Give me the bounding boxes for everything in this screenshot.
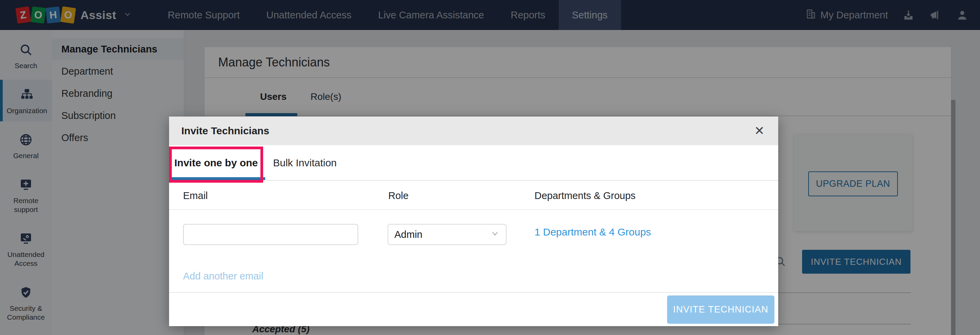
- role-select-value: Admin: [395, 229, 422, 240]
- invite-technicians-modal: Invite Technicians ✕ Invite one by one B…: [169, 117, 778, 326]
- invite-form-column-headers: Email Role Departments & Groups: [169, 181, 778, 210]
- invite-technician-submit-button[interactable]: INVITE TECHNICIAN: [667, 295, 775, 324]
- invite-form-row: Admin 1 Department & 4 Groups Add anothe…: [169, 210, 778, 292]
- modal-footer: INVITE TECHNICIAN: [169, 292, 778, 326]
- modal-active-tab-underline: [169, 177, 265, 180]
- column-departments-groups: Departments & Groups: [535, 190, 636, 202]
- email-input[interactable]: [183, 224, 358, 245]
- departments-groups-link[interactable]: 1 Department & 4 Groups: [535, 226, 651, 238]
- role-select[interactable]: Admin: [388, 224, 506, 245]
- close-icon[interactable]: ✕: [754, 125, 765, 137]
- column-role: Role: [388, 190, 409, 202]
- add-another-email-link[interactable]: Add another email: [183, 271, 263, 282]
- column-email: Email: [183, 190, 208, 202]
- modal-title: Invite Technicians: [181, 125, 269, 137]
- modal-header: Invite Technicians ✕: [169, 117, 778, 145]
- chevron-down-icon: [490, 229, 500, 241]
- tab-invite-one-by-one[interactable]: Invite one by one: [169, 145, 263, 181]
- modal-tabs: Invite one by one Bulk Invitation: [169, 145, 778, 181]
- tab-bulk-invitation[interactable]: Bulk Invitation: [273, 145, 337, 181]
